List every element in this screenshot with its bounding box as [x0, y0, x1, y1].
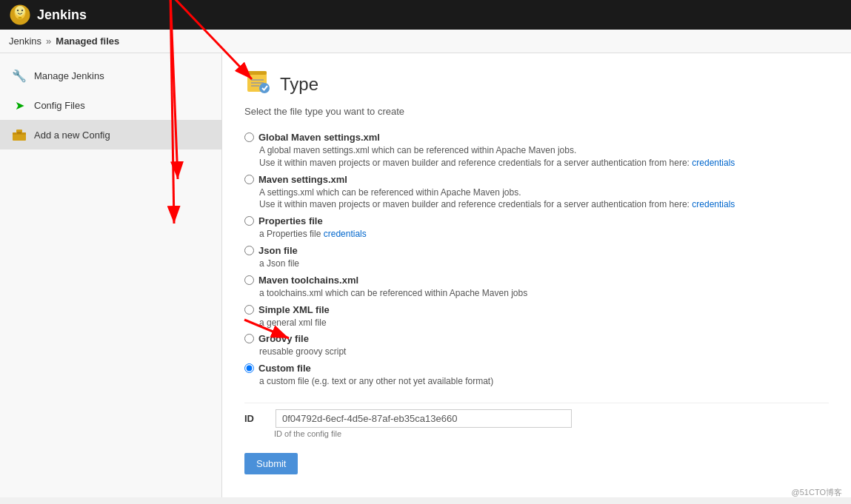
arrow-icon: ➤ [12, 98, 27, 112]
label-json[interactable]: Json file [258, 245, 298, 256]
id-label: ID [244, 413, 267, 424]
box-icon [12, 127, 27, 142]
desc-groovy: reusable groovy script [259, 346, 829, 358]
radio-groovy[interactable] [244, 334, 254, 343]
link-maven-settings-creds[interactable]: credentials [692, 199, 735, 209]
label-global-maven[interactable]: Global Maven settings.xml [258, 132, 380, 143]
wrench-icon: 🔧 [12, 68, 27, 83]
sidebar-label-manage-jenkins: Manage Jenkins [34, 70, 104, 81]
jenkins-logo-icon [9, 4, 31, 26]
radio-global-maven[interactable] [244, 132, 254, 142]
main-layout: 🔧 Manage Jenkins ➤ Config Files Add a ne… [0, 53, 851, 497]
label-simple-xml[interactable]: Simple XML file [258, 304, 330, 315]
id-row: ID [244, 409, 829, 428]
svg-point-4 [21, 10, 23, 11]
submit-section: Submit [244, 446, 829, 474]
svg-rect-9 [17, 132, 21, 134]
desc-global-maven: A global maven settings.xml which can be… [259, 144, 829, 169]
sidebar-label-add-config: Add a new Config [34, 130, 110, 141]
desc-properties: a Properties file credentials [259, 228, 829, 241]
id-input[interactable] [276, 409, 572, 428]
svg-point-3 [17, 10, 19, 11]
subtitle: Select the file type you want to create [244, 106, 829, 117]
sidebar-item-manage-jenkins[interactable]: 🔧 Manage Jenkins [0, 61, 221, 90]
option-properties: Properties file a Properties file creden… [244, 215, 829, 241]
link-properties-creds[interactable]: credentials [324, 229, 367, 239]
header: Jenkins [0, 0, 851, 30]
radio-custom[interactable] [244, 363, 254, 373]
sidebar: 🔧 Manage Jenkins ➤ Config Files Add a ne… [0, 53, 222, 497]
content-area: Type Select the file type you want to cr… [222, 53, 851, 497]
breadcrumb: Jenkins » Managed files [0, 30, 851, 53]
label-groovy[interactable]: Groovy file [258, 333, 309, 344]
id-hint: ID of the config file [274, 429, 829, 438]
radio-json[interactable] [244, 246, 254, 255]
svg-rect-16 [247, 71, 267, 75]
radio-simple-xml[interactable] [244, 305, 254, 315]
desc-json: a Json file [259, 258, 829, 270]
radio-maven-settings[interactable] [244, 175, 254, 184]
link-global-maven-creds[interactable]: credentials [692, 158, 735, 168]
radio-toolchains[interactable] [244, 275, 254, 285]
svg-point-20 [259, 83, 270, 93]
option-json: Json file a Json file [244, 245, 829, 270]
sidebar-label-config-files: Config Files [34, 100, 85, 111]
label-custom[interactable]: Custom file [258, 363, 311, 374]
breadcrumb-sep: » [46, 36, 51, 47]
breadcrumb-current: Managed files [56, 36, 119, 47]
page-title: Type [280, 74, 318, 95]
label-maven-settings[interactable]: Maven settings.xml [258, 174, 347, 185]
header-title: Jenkins [37, 7, 87, 23]
option-simple-xml: Simple XML file a general xml file [244, 304, 829, 329]
option-custom: Custom file a custom file (e.g. text or … [244, 363, 829, 388]
id-section: ID ID of the config file [244, 403, 829, 438]
watermark: @51CTO博客 [792, 487, 842, 498]
svg-rect-5 [19, 17, 22, 19]
sidebar-item-add-config[interactable]: Add a new Config [0, 120, 221, 149]
radio-properties[interactable] [244, 216, 254, 226]
desc-toolchains: a toolchains.xml which can be referenced… [259, 287, 829, 300]
option-groovy: Groovy file reusable groovy script [244, 333, 829, 358]
submit-button[interactable]: Submit [244, 453, 298, 474]
option-toolchains: Maven toolchains.xml a toolchains.xml wh… [244, 275, 829, 300]
option-global-maven: Global Maven settings.xml A global maven… [244, 132, 829, 169]
desc-custom: a custom file (e.g. text or any other no… [259, 375, 829, 388]
option-maven-settings: Maven settings.xml A settings.xml which … [244, 174, 829, 212]
radio-group: Global Maven settings.xml A global maven… [244, 132, 829, 392]
breadcrumb-home[interactable]: Jenkins [9, 36, 41, 47]
logo: Jenkins [9, 4, 87, 26]
page-title-row: Type [244, 68, 829, 100]
label-toolchains[interactable]: Maven toolchains.xml [258, 275, 358, 286]
sidebar-item-config-files[interactable]: ➤ Config Files [0, 90, 221, 120]
page-title-icon [244, 68, 271, 100]
desc-maven-settings: A settings.xml which can be referenced w… [259, 187, 829, 212]
desc-simple-xml: a general xml file [259, 317, 829, 329]
label-properties[interactable]: Properties file [258, 215, 323, 226]
